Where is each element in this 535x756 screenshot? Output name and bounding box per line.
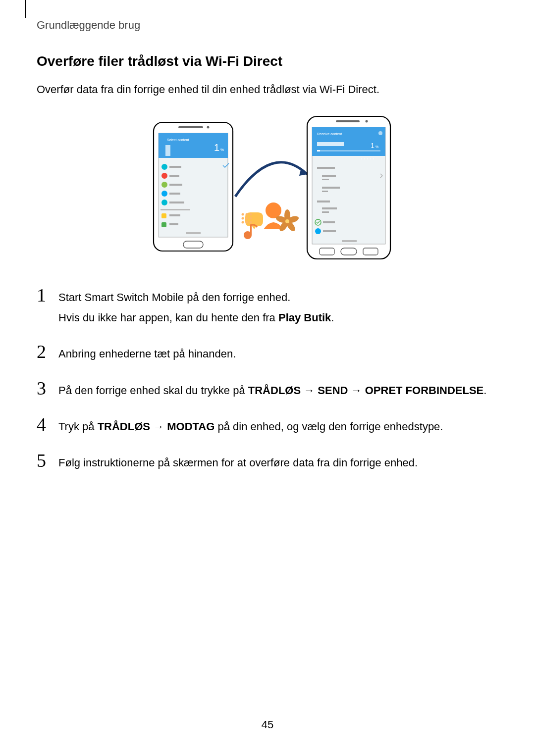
svg-rect-63 bbox=[322, 175, 336, 177]
svg-rect-49 bbox=[312, 127, 385, 156]
svg-point-2 bbox=[207, 126, 210, 129]
section-heading: Overføre filer trådløst via Wi-Fi Direct bbox=[37, 53, 498, 69]
step-text: Start Smart Switch Mobile på den forrige… bbox=[58, 291, 290, 303]
step-body: På den forrige enhed skal du trykke på T… bbox=[58, 379, 486, 402]
svg-point-36 bbox=[242, 221, 244, 224]
svg-rect-62 bbox=[317, 167, 335, 169]
wireless-label: TRÅDLØS bbox=[248, 384, 301, 397]
receive-label: MODTAG bbox=[167, 420, 214, 433]
step-body: Start Smart Switch Mobile på den forrige… bbox=[58, 286, 334, 329]
step-body: Anbring enhederne tæt på hinanden. bbox=[58, 342, 236, 365]
svg-point-72 bbox=[315, 228, 321, 234]
svg-point-34 bbox=[246, 217, 248, 220]
step-number: 3 bbox=[37, 379, 58, 398]
step-text: Følg instruktionerne på skærmen for at o… bbox=[58, 456, 418, 469]
step-text: På den forrige enhed skal du trykke på bbox=[58, 384, 248, 397]
svg-rect-73 bbox=[323, 230, 336, 232]
arrow-sep: → bbox=[348, 384, 365, 397]
svg-text:1: 1 bbox=[214, 142, 219, 153]
svg-point-33 bbox=[242, 217, 244, 220]
svg-point-9 bbox=[161, 164, 167, 170]
svg-point-61 bbox=[373, 158, 374, 159]
step-body: Tryk på TRÅDLØS → MODTAG på din enhed, o… bbox=[58, 415, 443, 438]
svg-point-13 bbox=[161, 182, 167, 188]
svg-rect-8 bbox=[165, 145, 170, 156]
svg-rect-23 bbox=[169, 223, 178, 225]
arrow-sep: → bbox=[301, 384, 318, 397]
step-number: 5 bbox=[37, 451, 58, 470]
svg-rect-29 bbox=[250, 225, 252, 235]
step-number: 4 bbox=[37, 415, 58, 434]
svg-point-11 bbox=[161, 173, 167, 179]
svg-rect-66 bbox=[322, 191, 328, 192]
svg-text:Select content: Select content bbox=[167, 138, 189, 142]
svg-rect-68 bbox=[322, 207, 337, 209]
arrow-sep: → bbox=[150, 420, 167, 433]
step-number: 2 bbox=[37, 342, 58, 361]
svg-text:%: % bbox=[375, 145, 378, 149]
svg-point-31 bbox=[246, 213, 248, 216]
wireless-label: TRÅDLØS bbox=[98, 420, 150, 433]
step-2: 2 Anbring enhederne tæt på hinanden. bbox=[37, 342, 498, 365]
svg-rect-19 bbox=[160, 209, 190, 210]
svg-rect-10 bbox=[169, 166, 181, 168]
intro-paragraph: Overfør data fra din forrige enhed til d… bbox=[37, 81, 498, 98]
svg-rect-16 bbox=[169, 193, 180, 195]
svg-rect-22 bbox=[161, 222, 166, 227]
svg-rect-64 bbox=[322, 179, 329, 180]
svg-rect-46 bbox=[336, 120, 360, 122]
svg-text:Receive content: Receive content bbox=[317, 132, 342, 136]
step-text: på din enhed, og vælg den forrige enheds… bbox=[214, 420, 443, 433]
send-label: SEND bbox=[318, 384, 348, 397]
svg-point-60 bbox=[370, 158, 371, 159]
step-3: 3 På den forrige enhed skal du trykke på… bbox=[37, 379, 498, 402]
step-number: 1 bbox=[37, 286, 58, 304]
svg-point-30 bbox=[242, 213, 244, 216]
svg-rect-14 bbox=[169, 184, 182, 186]
svg-rect-69 bbox=[322, 211, 329, 213]
step-text: Tryk på bbox=[58, 420, 98, 433]
svg-point-35 bbox=[250, 217, 252, 220]
step-text: . bbox=[483, 384, 486, 397]
svg-rect-71 bbox=[323, 221, 335, 223]
svg-rect-65 bbox=[322, 187, 340, 189]
step-1: 1 Start Smart Switch Mobile på den forri… bbox=[37, 286, 498, 329]
svg-rect-20 bbox=[161, 213, 166, 218]
svg-text:%: % bbox=[220, 148, 224, 152]
svg-rect-67 bbox=[317, 201, 330, 202]
svg-point-59 bbox=[367, 158, 368, 159]
svg-rect-52 bbox=[317, 142, 344, 146]
svg-point-47 bbox=[366, 120, 368, 123]
svg-point-51 bbox=[378, 131, 382, 135]
svg-point-17 bbox=[161, 200, 167, 205]
step-4: 4 Tryk på TRÅDLØS → MODTAG på din enhed,… bbox=[37, 415, 498, 438]
connect-label: OPRET FORBINDELSE bbox=[365, 384, 484, 397]
svg-rect-12 bbox=[169, 175, 179, 177]
breadcrumb: Grundlæggende brug bbox=[37, 19, 498, 32]
steps-list: 1 Start Smart Switch Mobile på den forri… bbox=[37, 286, 498, 474]
svg-rect-1 bbox=[178, 126, 203, 128]
step-text: Hvis du ikke har appen, kan du hente den… bbox=[58, 311, 278, 324]
svg-point-57 bbox=[361, 158, 362, 159]
svg-rect-56 bbox=[317, 150, 320, 151]
step-body: Følg instruktionerne på skærmen for at o… bbox=[58, 451, 418, 474]
svg-point-15 bbox=[161, 191, 167, 197]
play-store-label: Play Butik bbox=[278, 311, 331, 324]
svg-point-38 bbox=[250, 221, 252, 224]
step-text: . bbox=[331, 311, 334, 324]
transfer-illustration: Select content 1 % bbox=[37, 112, 498, 261]
corner-tab-decoration bbox=[25, 0, 26, 18]
svg-point-58 bbox=[364, 158, 365, 159]
page-number: 45 bbox=[0, 718, 535, 731]
svg-point-32 bbox=[250, 213, 252, 216]
svg-point-27 bbox=[266, 202, 281, 218]
svg-point-37 bbox=[246, 221, 248, 224]
page-content: Grundlæggende brug Overføre filer trådlø… bbox=[0, 0, 535, 474]
step-text: Anbring enhederne tæt på hinanden. bbox=[58, 348, 236, 360]
svg-rect-55 bbox=[317, 150, 380, 151]
step-5: 5 Følg instruktionerne på skærmen for at… bbox=[37, 451, 498, 474]
svg-rect-18 bbox=[169, 202, 184, 203]
svg-rect-74 bbox=[342, 240, 357, 242]
svg-text:1: 1 bbox=[371, 142, 374, 150]
svg-rect-21 bbox=[169, 214, 180, 216]
